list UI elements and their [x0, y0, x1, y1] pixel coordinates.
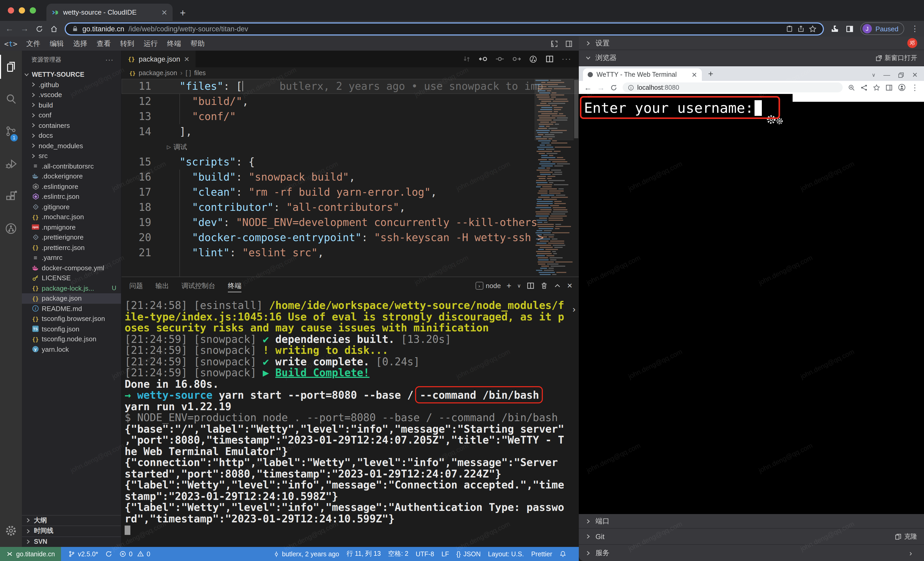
restore-window-icon[interactable] — [898, 72, 904, 78]
split-editor-icon[interactable] — [545, 55, 554, 63]
menu-item[interactable]: 转到 — [116, 39, 139, 48]
panel-tab[interactable]: 输出 — [155, 277, 169, 294]
editor-scrollbar[interactable] — [574, 79, 579, 277]
explorer-root[interactable]: WETTY-SOURCE — [22, 69, 121, 80]
close-wetty-tab-icon[interactable]: ✕ — [692, 71, 697, 78]
next-change-icon[interactable] — [512, 55, 521, 63]
menu-item[interactable]: 终端 — [162, 39, 186, 48]
codelens-debug[interactable]: ▷调试 — [122, 139, 579, 155]
explorer-item[interactable]: containers — [22, 120, 121, 131]
url-bar[interactable]: go.titanide.cn /ide/web/coding/wetty-sou… — [64, 22, 824, 35]
explorer-item[interactable]: src — [22, 151, 121, 161]
sidebar-section[interactable]: 时间线 — [22, 525, 121, 536]
ports-section[interactable]: 端口 — [579, 514, 924, 529]
embedded-forward-icon[interactable]: → — [597, 84, 605, 91]
explorer-item[interactable]: .eslintrc.json — [22, 191, 121, 202]
wetty-terminal[interactable]: Enter your username: — [579, 94, 924, 514]
explorer-item[interactable]: .github — [22, 80, 121, 90]
tab-list-chevron-icon[interactable]: ∨ — [872, 72, 876, 78]
explorer-more-icon[interactable]: ··· — [105, 56, 114, 63]
panel-tab[interactable]: 终端 — [228, 277, 242, 294]
remote-indicator[interactable]: go.titanide.cn — [0, 547, 61, 561]
bookmark-star-icon[interactable] — [809, 25, 817, 33]
menu-item[interactable]: 编辑 — [45, 39, 69, 48]
close-embedded-icon[interactable]: ✕ — [912, 71, 918, 79]
zoom-icon[interactable] — [848, 84, 855, 91]
star-icon[interactable] — [873, 84, 880, 91]
explorer-item[interactable]: build — [22, 100, 121, 110]
embedded-new-tab-icon[interactable]: + — [708, 69, 713, 79]
sync-icon[interactable] — [106, 550, 112, 557]
explorer-item[interactable]: docker-compose.yml — [22, 263, 121, 273]
explorer-item[interactable]: .gitignore — [22, 202, 121, 212]
home-icon[interactable] — [50, 25, 58, 33]
share-nodes-icon[interactable] — [860, 84, 868, 91]
explorer-item[interactable]: .dockerignore — [22, 171, 121, 181]
browser-tab[interactable]: wetty-source - CloudIDE ✕ — [46, 4, 172, 21]
layout-icon[interactable] — [565, 40, 573, 47]
wetty-tab[interactable]: WeTTY - The Web Terminal ✕ — [583, 68, 702, 81]
browser-section[interactable]: 浏览器 新窗口打开 — [579, 50, 924, 66]
branch-indicator[interactable]: v2.5.0* — [69, 550, 98, 558]
explorer-item[interactable]: ≡.all-contributorsrc — [22, 161, 121, 171]
menu-item[interactable]: 查看 — [92, 39, 116, 48]
eol[interactable]: LF — [441, 550, 449, 558]
breadcrumb-file[interactable]: package.json — [139, 69, 177, 77]
previous-change-icon[interactable] — [478, 55, 488, 63]
search-icon[interactable] — [0, 83, 22, 115]
minimap[interactable] — [534, 79, 574, 277]
explorer-item[interactable]: {}.prettierrc.json — [22, 242, 121, 253]
current-change-icon[interactable] — [495, 55, 504, 63]
menu-item[interactable]: 运行 — [139, 39, 162, 48]
close-tab-icon[interactable]: ✕ — [161, 9, 167, 16]
svn-blame-icon[interactable] — [529, 54, 538, 63]
explorer-item[interactable]: .vscode — [22, 90, 121, 100]
explorer-item[interactable]: docs — [22, 131, 121, 141]
explorer-item[interactable]: TStsconfig.json — [22, 324, 121, 334]
code-editor[interactable]: 11 "files": [butlerx, 2 years ago • use … — [122, 79, 579, 277]
editor-tab-package-json[interactable]: {} package.json ✕ — [122, 51, 196, 67]
side-panel-icon[interactable] — [885, 84, 893, 91]
explorer-item[interactable]: ≡.yarnrc — [22, 253, 121, 263]
menu-item[interactable]: 帮助 — [186, 39, 209, 48]
keyboard-layout[interactable]: Layout: U.S. — [488, 550, 524, 558]
blame-indicator[interactable]: butlerx, 2 years ago — [273, 550, 339, 558]
source-control-icon[interactable]: 1 — [0, 115, 22, 148]
breadcrumb[interactable]: {} package.json › [ ] files — [122, 67, 579, 79]
sidebar-section[interactable]: SVN — [22, 536, 121, 547]
notifications-bell-icon[interactable] — [560, 550, 566, 557]
menu-item[interactable]: 文件 — [22, 39, 45, 48]
terminal-output[interactable]: [21:24:58] [esinstall] /home/ide/workspa… — [124, 300, 577, 536]
side-panel-icon[interactable] — [846, 25, 854, 33]
cursor-position[interactable]: 行 11, 列 13 — [346, 549, 381, 558]
embedded-reload-icon[interactable] — [610, 84, 617, 91]
explorer-item[interactable]: node_modules — [22, 141, 121, 151]
embedded-url-bar[interactable]: localhost :8080 — [622, 83, 843, 92]
git-clone-button[interactable]: 克隆 — [895, 532, 917, 541]
share-icon[interactable] — [797, 25, 805, 32]
new-terminal-icon[interactable]: + — [507, 281, 512, 290]
explorer-item[interactable]: {}tsconfig.browser.json — [22, 314, 121, 324]
explorer-item[interactable]: conf — [22, 110, 121, 120]
explorer-item[interactable]: iREADME.md — [22, 304, 121, 314]
problems-indicator[interactable]: 0 0 — [120, 550, 150, 558]
language-mode[interactable]: {}JSON — [456, 550, 480, 558]
new-tab-button[interactable]: + — [180, 7, 186, 19]
terminal-shell-selector[interactable]: › node — [475, 282, 501, 290]
panel-tab[interactable]: 问题 — [129, 277, 143, 294]
explorer-item[interactable]: .eslintignore — [22, 181, 121, 191]
explorer-item[interactable]: .prettierignore — [22, 232, 121, 242]
info-icon[interactable] — [628, 84, 634, 90]
explorer-item[interactable]: {}package.json — [22, 293, 121, 304]
explorer-activity-icon[interactable] — [0, 51, 22, 83]
editor-more-actions-icon[interactable]: ··· — [562, 54, 572, 64]
user-avatar[interactable]: 邓 — [908, 38, 917, 48]
explorer-item[interactable]: LICENSE — [22, 273, 121, 283]
close-editor-tab-icon[interactable]: ✕ — [184, 55, 189, 63]
browser-profile-button[interactable]: J Paused — [860, 23, 904, 35]
zoom-window-button[interactable] — [30, 7, 36, 14]
minimize-icon[interactable]: — — [884, 71, 890, 79]
menu-item[interactable]: 选择 — [69, 39, 92, 48]
shell-dropdown-icon[interactable]: ∨ — [517, 283, 521, 289]
browser-menu-icon[interactable]: ⋮ — [911, 24, 919, 33]
